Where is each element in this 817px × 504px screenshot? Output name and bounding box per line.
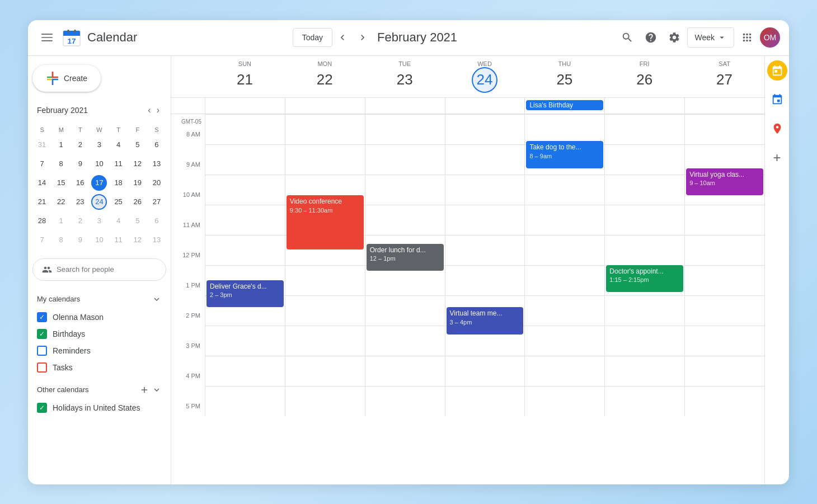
event-title: Virtual team me... xyxy=(450,309,520,318)
event-time: 2 – 3pm xyxy=(210,291,280,299)
mini-cal-day[interactable]: 7 xyxy=(32,154,51,173)
help-button[interactable] xyxy=(640,27,661,48)
mini-cal-day[interactable]: 19 xyxy=(128,173,147,192)
mini-cal-day[interactable]: 31 xyxy=(32,135,51,154)
hour-line xyxy=(685,265,764,266)
calendar-event[interactable]: Deliver Grace's d...2 – 3pm xyxy=(206,280,284,308)
mini-cal-day[interactable]: 14 xyxy=(32,173,51,192)
day-name: THU xyxy=(558,60,571,67)
add-icon[interactable] xyxy=(139,385,149,395)
day-number[interactable]: 22 xyxy=(312,67,337,93)
create-button[interactable]: Create xyxy=(32,65,101,92)
mini-cal-day[interactable]: 28 xyxy=(32,211,51,230)
mini-cal-day[interactable]: 25 xyxy=(109,192,128,211)
calendar-event[interactable]: Order lunch for d...12 – 1pm xyxy=(367,244,444,271)
search-people[interactable]: Search for people xyxy=(32,258,166,281)
calendar-item[interactable]: ✓Birthdays xyxy=(32,326,166,342)
other-calendars-header[interactable]: Other calendars xyxy=(32,380,166,399)
mini-cal-day[interactable]: 9 xyxy=(71,154,90,173)
mini-cal-day[interactable]: 21 xyxy=(32,192,51,211)
today-button[interactable]: Today xyxy=(293,28,332,47)
mini-cal-day[interactable]: 24 xyxy=(90,192,109,211)
calendar-event[interactable]: Take dog to the...8 – 9am xyxy=(526,141,603,168)
mini-cal-day[interactable]: 20 xyxy=(147,173,166,192)
next-button[interactable] xyxy=(353,27,373,48)
mini-prev-button[interactable]: ‹ xyxy=(145,103,153,117)
avatar[interactable]: OM xyxy=(760,27,780,48)
mini-cal-day[interactable]: 11 xyxy=(109,230,128,249)
mini-cal-day[interactable]: 13 xyxy=(147,154,166,173)
right-icon-1[interactable] xyxy=(767,60,787,81)
mini-cal-day[interactable]: 5 xyxy=(128,211,147,230)
mini-cal-day[interactable]: 11 xyxy=(109,154,128,173)
mini-cal-day[interactable]: 10 xyxy=(90,154,109,173)
hour-line xyxy=(205,144,285,145)
apps-button[interactable] xyxy=(736,27,758,48)
my-calendars-list: ✓Olenna Mason✓BirthdaysRemindersTasks xyxy=(32,309,166,376)
mini-cal-day[interactable]: 1 xyxy=(51,211,71,230)
mini-cal-day[interactable]: 8 xyxy=(51,154,71,173)
calendar-item[interactable]: Reminders xyxy=(32,342,166,359)
mini-cal-day[interactable]: 18 xyxy=(109,173,128,192)
calendar-checkbox xyxy=(37,362,47,373)
mini-cal-day[interactable]: 9 xyxy=(71,230,90,249)
hour-line xyxy=(205,205,285,205)
time-col: GMT-05 8 AM9 AM10 AM11 AM12 PM1 PM2 PM3 … xyxy=(171,114,205,484)
mini-cal-day[interactable]: 4 xyxy=(109,135,128,154)
time-slot: 10 AM xyxy=(171,190,205,220)
day-number[interactable]: 26 xyxy=(632,67,658,93)
mini-cal-day[interactable]: 7 xyxy=(32,230,51,249)
calendar-item[interactable]: Tasks xyxy=(32,359,166,376)
mini-cal-day[interactable]: 12 xyxy=(128,154,147,173)
allday-gutter xyxy=(171,98,205,114)
day-number[interactable]: 21 xyxy=(232,67,257,93)
time-slot: 11 AM xyxy=(171,220,205,251)
mini-cal-day[interactable]: 17 xyxy=(90,173,109,192)
view-selector[interactable]: Week xyxy=(687,27,734,48)
calendar-item[interactable]: ✓Olenna Mason xyxy=(32,309,166,326)
allday-event[interactable]: Lisa's Birthday xyxy=(526,100,603,110)
mini-cal-day[interactable]: 6 xyxy=(147,211,166,230)
day-number[interactable]: 23 xyxy=(392,67,417,93)
right-icon-2[interactable] xyxy=(767,90,787,110)
mini-cal-day[interactable]: 2 xyxy=(71,211,90,230)
calendar-event[interactable]: Virtual team me...3 – 4pm xyxy=(447,307,524,335)
other-calendars-title: Other calendars xyxy=(37,385,89,394)
mini-cal-day[interactable]: 10 xyxy=(90,230,109,249)
mini-cal-day[interactable]: 22 xyxy=(51,192,71,211)
mini-next-button[interactable]: › xyxy=(154,103,162,117)
add-icon-right[interactable]: + xyxy=(767,148,787,168)
mini-cal-day[interactable]: 4 xyxy=(109,211,128,230)
calendar-event[interactable]: Video conference9:30 – 11:30am xyxy=(287,195,364,249)
mini-cal-day[interactable]: 8 xyxy=(51,230,71,249)
allday-col xyxy=(604,98,684,114)
mini-cal-day[interactable]: 13 xyxy=(147,230,166,249)
mini-cal-day[interactable]: 3 xyxy=(90,135,109,154)
mini-cal-day[interactable]: 23 xyxy=(71,192,90,211)
mini-cal-day[interactable]: 2 xyxy=(71,135,90,154)
mini-cal-day[interactable]: 16 xyxy=(71,173,90,192)
my-calendars-header[interactable]: My calendars xyxy=(32,290,166,309)
mini-cal-day[interactable]: 27 xyxy=(147,192,166,211)
calendar-checkbox: ✓ xyxy=(37,329,47,339)
settings-button[interactable] xyxy=(664,27,685,48)
day-number[interactable]: 27 xyxy=(712,67,738,93)
menu-button[interactable] xyxy=(37,27,57,48)
day-number[interactable]: 24 xyxy=(472,67,497,93)
mini-cal-day[interactable]: 12 xyxy=(128,230,147,249)
calendar-event[interactable]: Doctor's appoint...1:15 – 2:15pm xyxy=(606,265,683,293)
calendar-event[interactable]: Virtual yoga clas...9 – 10am xyxy=(686,168,763,196)
right-icon-3[interactable] xyxy=(767,119,787,139)
mini-cal-day[interactable]: 15 xyxy=(51,173,71,192)
mini-cal-day[interactable]: 6 xyxy=(147,135,166,154)
mini-cal-day[interactable]: 26 xyxy=(128,192,147,211)
mini-cal-day[interactable]: 1 xyxy=(51,135,71,154)
search-button[interactable] xyxy=(617,27,638,48)
prev-button[interactable] xyxy=(332,27,353,48)
hour-line xyxy=(285,295,365,296)
calendar-label: Birthdays xyxy=(53,329,85,338)
other-calendar-item[interactable]: ✓Holidays in United States xyxy=(32,399,166,416)
day-number[interactable]: 25 xyxy=(552,67,577,93)
mini-cal-day[interactable]: 3 xyxy=(90,211,109,230)
mini-cal-day[interactable]: 5 xyxy=(128,135,147,154)
